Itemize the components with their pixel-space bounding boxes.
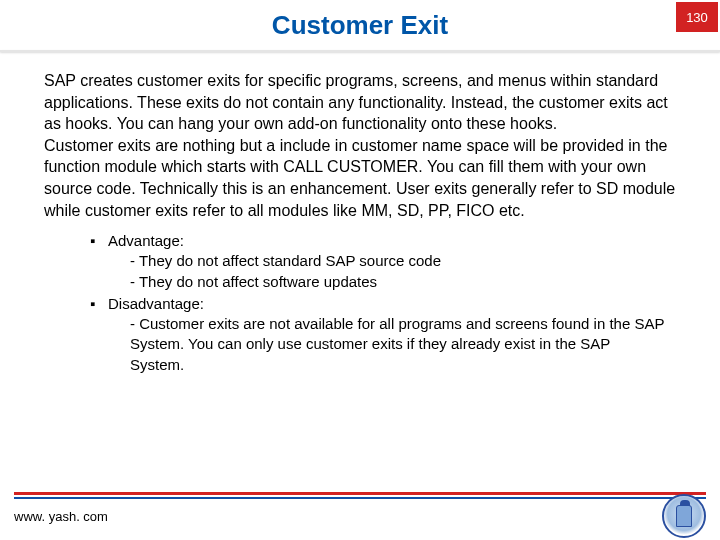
bullet-heading: Disadvantage: — [108, 294, 666, 314]
title-bar: Customer Exit — [0, 0, 720, 50]
square-bullet-icon: ▪ — [90, 294, 108, 375]
logo-building-icon — [676, 505, 692, 527]
bullet-subline: - Customer exits are not available for a… — [108, 314, 666, 375]
bullet-list: ▪ Advantage: - They do not affect standa… — [0, 227, 720, 375]
bullet-item: ▪ Advantage: - They do not affect standa… — [90, 231, 666, 292]
bullet-subline: - They do not affect standard SAP source… — [108, 251, 666, 271]
page-number-badge: 130 — [676, 2, 718, 32]
bullet-subline: - They do not affect software updates — [108, 272, 666, 292]
square-bullet-icon: ▪ — [90, 231, 108, 292]
slide-title: Customer Exit — [272, 10, 448, 41]
footer-divider-blue — [14, 497, 706, 499]
footer-logo — [662, 494, 706, 538]
footer: www. yash. com — [0, 492, 720, 540]
footer-url: www. yash. com — [14, 509, 108, 524]
footer-divider-red — [14, 492, 706, 495]
bullet-heading: Advantage: — [108, 231, 666, 251]
bullet-item: ▪ Disadvantage: - Customer exits are not… — [90, 294, 666, 375]
body-paragraph: SAP creates customer exits for specific … — [0, 52, 720, 227]
